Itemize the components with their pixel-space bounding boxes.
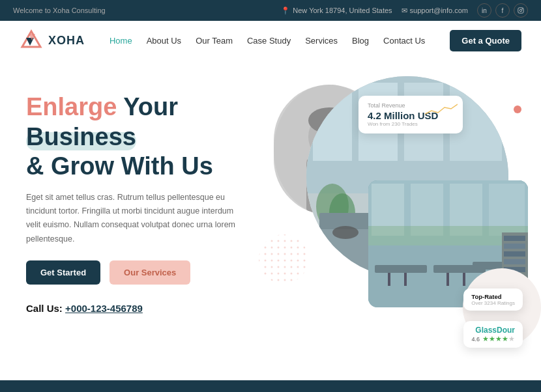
hero-your: Your	[117, 93, 178, 120]
location-info: 📍 New York 18794, United States	[281, 7, 392, 15]
get-quote-button[interactable]: Get a Quote	[450, 30, 521, 51]
svg-rect-36	[388, 273, 390, 286]
facebook-icon[interactable]: f	[495, 3, 510, 18]
navbar: XOHA Home About Us Our Team Case Study S…	[0, 21, 541, 60]
glassdour-stars: ★★★★★	[482, 335, 515, 343]
revenue-sub: Won from 230 Trades	[368, 121, 454, 127]
hero-section: Enlarge Your Business & Grow With Us Ege…	[0, 60, 541, 359]
hero-title: Enlarge Your Business & Grow With Us	[26, 92, 287, 182]
svg-rect-38	[446, 273, 449, 286]
svg-marker-4	[26, 38, 34, 46]
glassdour-name: GlassDour	[471, 326, 515, 335]
svg-rect-41	[504, 236, 525, 241]
hero-grow: & Grow With Us	[26, 152, 213, 180]
svg-rect-0	[518, 8, 523, 13]
location-text: New York 18794, United States	[293, 7, 392, 14]
nav-links: Home About Us Our Team Case Study Servic…	[110, 36, 425, 46]
nav-casestudy[interactable]: Case Study	[247, 36, 291, 46]
nav-home[interactable]: Home	[110, 36, 132, 46]
svg-rect-39	[463, 273, 465, 286]
nav-team[interactable]: Our Team	[196, 36, 233, 46]
hero-description: Eget sit amet tellus cras. Rutrum tellus…	[26, 191, 248, 246]
svg-rect-44	[504, 259, 525, 264]
hero-right: Total Revenue 4.2 Million USD Won from 2…	[254, 66, 528, 359]
nav-about[interactable]: About Us	[147, 36, 181, 46]
location-icon: 📍	[281, 7, 290, 15]
svg-point-1	[519, 9, 521, 11]
email-info: ✉ support@info.com	[402, 7, 468, 15]
our-services-button[interactable]: Our Services	[110, 260, 190, 285]
email-text: support@info.com	[410, 7, 468, 14]
hero-call: Call Us: +000-123-456789	[26, 303, 287, 314]
svg-rect-37	[404, 273, 407, 286]
svg-point-2	[522, 8, 523, 9]
nav-contact[interactable]: Contact Us	[383, 36, 425, 46]
get-started-button[interactable]: Get Started	[26, 260, 100, 285]
svg-rect-33	[375, 265, 427, 273]
deco-dot	[514, 105, 521, 113]
footer-bar	[0, 380, 541, 392]
glassdour-rating: 4.6	[471, 336, 480, 343]
call-number[interactable]: +000-123-456789	[65, 303, 143, 314]
email-icon: ✉	[402, 7, 407, 15]
hero-buttons: Get Started Our Services	[26, 260, 287, 285]
nav-services[interactable]: Services	[305, 36, 338, 46]
glassdour-card: GlassDour 4.6 ★★★★★	[463, 321, 523, 348]
svg-rect-43	[504, 251, 525, 257]
topbar-right: 📍 New York 18794, United States ✉ suppor…	[281, 3, 528, 18]
toprated-card: Top-Rated Over 3234 Ratings	[463, 288, 523, 311]
toprated-label: Top-Rated	[471, 293, 515, 300]
toprated-sub: Over 3234 Ratings	[471, 300, 515, 306]
welcome-text: Welcome to Xoha Consulting	[13, 7, 106, 14]
topbar: Welcome to Xoha Consulting 📍 New York 18…	[0, 0, 541, 21]
logo-icon	[20, 29, 43, 52]
logo[interactable]: XOHA	[20, 29, 85, 52]
hero-enlarge: Enlarge	[26, 93, 117, 120]
linkedin-icon[interactable]: in	[477, 3, 491, 18]
logo-text: XOHA	[48, 34, 85, 48]
instagram-icon[interactable]	[514, 3, 528, 18]
svg-point-23	[332, 226, 358, 239]
svg-rect-42	[504, 244, 525, 249]
hero-business-wrap: Business	[26, 122, 136, 152]
hero-business: Business	[26, 123, 136, 150]
social-icons: in f	[477, 3, 528, 18]
hero-left: Enlarge Your Business & Grow With Us Ege…	[26, 79, 287, 346]
revenue-card: Total Revenue 4.2 Million USD Won from 2…	[358, 96, 463, 133]
revenue-chart	[425, 101, 458, 117]
bottom-cards: Top-Rated Over 3234 Ratings	[463, 288, 523, 311]
nav-blog[interactable]: Blog	[352, 36, 369, 46]
call-label: Call Us:	[26, 303, 63, 314]
